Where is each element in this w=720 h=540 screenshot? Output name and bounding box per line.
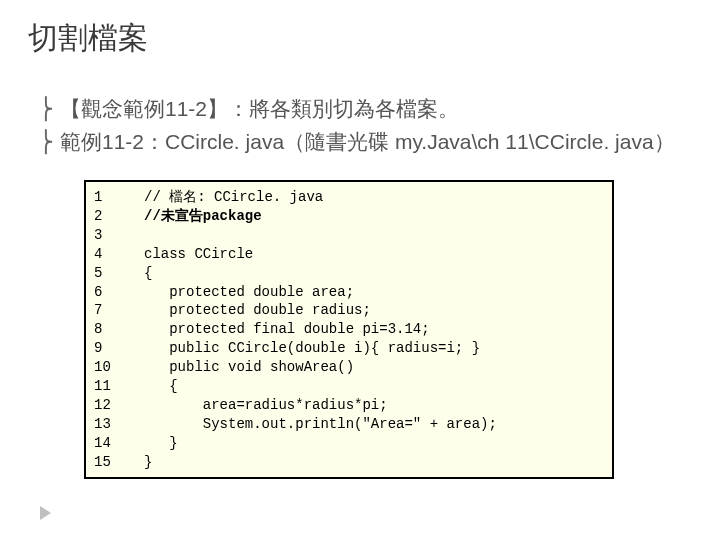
code-text: public void showArea() <box>144 358 604 377</box>
line-number: 12 <box>94 396 144 415</box>
code-line: 11 { <box>94 377 604 396</box>
code-text: } <box>144 434 604 453</box>
code-line: 5{ <box>94 264 604 283</box>
code-text: area=radius*radius*pi; <box>144 396 604 415</box>
line-number: 4 <box>94 245 144 264</box>
code-line: 8 protected final double pi=3.14; <box>94 320 604 339</box>
corner-arrow-icon <box>40 506 51 520</box>
bullet-text: 範例11-2：CCircle. java（隨書光碟 my.Java\ch 11\… <box>60 126 696 159</box>
code-text: protected double radius; <box>144 301 604 320</box>
code-line: 7 protected double radius; <box>94 301 604 320</box>
code-text: public CCircle(double i){ radius=i; } <box>144 339 604 358</box>
bullet-text: 【觀念範例11-2】：將各類別切為各檔案。 <box>60 93 696 126</box>
bullet-item: ⎬ 範例11-2：CCircle. java（隨書光碟 my.Java\ch 1… <box>38 126 696 159</box>
code-text: System.out.println("Area=" + area); <box>144 415 604 434</box>
code-line: 3 <box>94 226 604 245</box>
line-number: 3 <box>94 226 144 245</box>
line-number: 5 <box>94 264 144 283</box>
line-number: 10 <box>94 358 144 377</box>
line-number: 15 <box>94 453 144 472</box>
code-text: } <box>144 453 604 472</box>
bullet-icon: ⎬ <box>38 93 60 126</box>
code-line: 4class CCircle <box>94 245 604 264</box>
code-line: 6 protected double area; <box>94 283 604 302</box>
line-number: 13 <box>94 415 144 434</box>
bullet-item: ⎬ 【觀念範例11-2】：將各類別切為各檔案。 <box>38 93 696 126</box>
line-number: 14 <box>94 434 144 453</box>
code-line: 9 public CCircle(double i){ radius=i; } <box>94 339 604 358</box>
line-number: 2 <box>94 207 144 226</box>
code-line: 10 public void showArea() <box>94 358 604 377</box>
code-text <box>144 226 604 245</box>
code-text: class CCircle <box>144 245 604 264</box>
code-text: // 檔名: CCircle. java <box>144 188 604 207</box>
code-text: { <box>144 377 604 396</box>
code-line: 15} <box>94 453 604 472</box>
bullet-icon: ⎬ <box>38 126 60 159</box>
line-number: 11 <box>94 377 144 396</box>
line-number: 8 <box>94 320 144 339</box>
line-number: 9 <box>94 339 144 358</box>
code-text: protected final double pi=3.14; <box>144 320 604 339</box>
code-line: 2//未宣告package <box>94 207 604 226</box>
line-number: 1 <box>94 188 144 207</box>
code-line: 12 area=radius*radius*pi; <box>94 396 604 415</box>
code-text: protected double area; <box>144 283 604 302</box>
bullet-list: ⎬ 【觀念範例11-2】：將各類別切為各檔案。 ⎬ 範例11-2：CCircle… <box>38 93 696 158</box>
page-title: 切割檔案 <box>28 18 696 59</box>
code-line: 1// 檔名: CCircle. java <box>94 188 604 207</box>
code-text: //未宣告package <box>144 207 604 226</box>
line-number: 7 <box>94 301 144 320</box>
code-text: { <box>144 264 604 283</box>
line-number: 6 <box>94 283 144 302</box>
code-line: 14 } <box>94 434 604 453</box>
code-line: 13 System.out.println("Area=" + area); <box>94 415 604 434</box>
code-block: 1// 檔名: CCircle. java2//未宣告package34clas… <box>84 180 614 479</box>
